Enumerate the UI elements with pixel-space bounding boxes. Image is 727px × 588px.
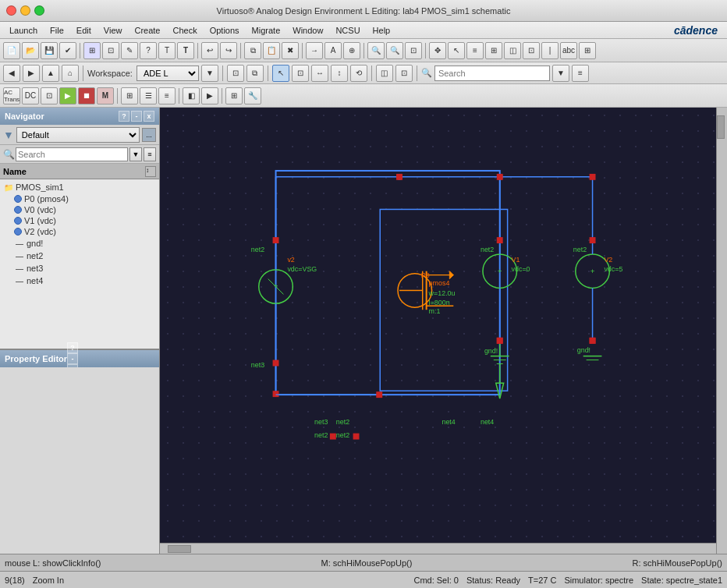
tb-b10[interactable]: | — [541, 42, 559, 59]
tb2-b5[interactable]: ↕ — [331, 65, 348, 82]
tb-wire[interactable]: → — [306, 42, 323, 59]
toolbar2-search-input[interactable] — [434, 66, 550, 81]
tb-save[interactable]: 💾 — [41, 42, 58, 59]
tb3-b6[interactable]: ⊞ — [225, 87, 243, 104]
tb3-stop[interactable]: ⏹ — [78, 87, 95, 104]
list-item[interactable]: V0 (vdc) — [2, 204, 158, 215]
tb-new[interactable]: 📄 — [3, 42, 20, 59]
filter-extra[interactable]: ... — [142, 128, 156, 142]
list-item[interactable]: — net2 — [2, 250, 158, 262]
tb2-b7[interactable]: ◫ — [376, 65, 393, 82]
tb-b8[interactable]: ◫ — [504, 42, 521, 59]
schematic-canvas[interactable]: + v2 vdc=VSG net2 net3 — [160, 108, 716, 543]
tb2-fwd[interactable]: ▶ — [23, 65, 40, 82]
tb-b9[interactable]: ⊡ — [523, 42, 540, 59]
tb2-b3[interactable]: ⊡ — [292, 65, 309, 82]
tb3-tran[interactable]: ⊡ — [41, 87, 58, 104]
tb-text[interactable]: A — [324, 42, 342, 59]
menu-launch[interactable]: Launch — [3, 24, 44, 37]
tb2-up[interactable]: ▲ — [42, 65, 59, 82]
navigator-search-input[interactable] — [16, 147, 128, 161]
tb2-b2[interactable]: ⧉ — [246, 65, 264, 82]
menu-file[interactable]: File — [44, 24, 70, 37]
tb2-b1[interactable]: ⊡ — [227, 65, 244, 82]
sort-button[interactable]: ↕ — [145, 166, 156, 177]
menu-check[interactable]: Check — [166, 24, 203, 37]
tree-root[interactable]: 📁 PMOS_sim1 — [2, 181, 158, 193]
menu-options[interactable]: Options — [204, 24, 246, 37]
menu-ncsu[interactable]: NCSU — [329, 24, 366, 37]
tb3-b5[interactable]: ▶ — [201, 87, 218, 104]
tb3-M[interactable]: M — [97, 87, 114, 104]
menu-edit[interactable]: Edit — [70, 24, 98, 37]
menu-help[interactable]: Help — [367, 24, 397, 37]
list-item[interactable]: V2 (vdc) — [2, 226, 158, 237]
tb2-search-go[interactable]: ≡ — [572, 65, 589, 82]
tb3-b7[interactable]: 🔧 — [244, 87, 261, 104]
tb-zoom-out[interactable]: 🔍 — [386, 42, 403, 59]
tb-redo[interactable]: ↪ — [220, 42, 237, 59]
tb2-b8[interactable]: ⊡ — [395, 65, 413, 82]
navigator-close[interactable]: x — [144, 111, 154, 122]
navigator-minimize[interactable]: - — [131, 111, 142, 122]
tb3-run[interactable]: ▶ — [59, 87, 76, 104]
list-item[interactable]: — net4 — [2, 275, 158, 287]
nav-search-dropdown[interactable]: ▼ — [129, 147, 142, 161]
tb3-b2[interactable]: ☰ — [140, 87, 157, 104]
tb-b3[interactable]: ✎ — [121, 42, 138, 59]
menu-create[interactable]: Create — [128, 24, 166, 37]
tb-copy[interactable]: ⧉ — [244, 42, 261, 59]
tb-b7[interactable]: ⊞ — [485, 42, 502, 59]
tb2-home[interactable]: ⌂ — [62, 65, 79, 82]
close-button[interactable] — [6, 5, 16, 16]
pe-minimize[interactable]: - — [67, 353, 78, 364]
filter-select[interactable]: Default — [16, 127, 140, 143]
vscroll-thumb[interactable] — [717, 115, 725, 139]
tb2-sel-mode[interactable]: ↖ — [272, 65, 289, 82]
nav-search-options[interactable]: ≡ — [144, 147, 156, 161]
tb-undo[interactable]: ↩ — [201, 42, 218, 59]
hscroll-thumb[interactable] — [168, 545, 191, 553]
tb-b6[interactable]: T — [177, 42, 194, 59]
tb3-dc[interactable]: DC — [22, 87, 39, 104]
tb3-b1[interactable]: ⊞ — [121, 87, 138, 104]
list-item[interactable]: P0 (pmos4) — [2, 193, 158, 204]
tb-b2[interactable]: ⊡ — [102, 42, 119, 59]
list-item[interactable]: — net3 — [2, 262, 158, 275]
menu-window[interactable]: Window — [286, 24, 329, 37]
menu-view[interactable]: View — [98, 24, 129, 37]
tb-open[interactable]: 📂 — [22, 42, 39, 59]
list-item[interactable]: V1 (vdc) — [2, 215, 158, 226]
tb-fit[interactable]: ⊡ — [405, 42, 422, 59]
tb-sel[interactable]: ↖ — [448, 42, 465, 59]
menu-migrate[interactable]: Migrate — [246, 24, 287, 37]
tb2-b6[interactable]: ⟲ — [350, 65, 367, 82]
tb-props[interactable]: ≡ — [466, 42, 484, 59]
tb-delete[interactable]: ✖ — [282, 42, 299, 59]
tb-b12[interactable]: ⊞ — [579, 42, 596, 59]
pe-help[interactable]: ? — [67, 342, 78, 353]
navigator-help[interactable]: ? — [119, 111, 129, 122]
canvas-hscroll[interactable] — [160, 543, 716, 554]
tb-b5[interactable]: T — [158, 42, 176, 59]
list-item[interactable]: — gnd! — [2, 237, 158, 250]
workspace-select[interactable]: ADE L — [137, 66, 199, 81]
minimize-button[interactable] — [20, 5, 30, 16]
tb-zoom-in[interactable]: 🔍 — [367, 42, 385, 59]
tb3-b3[interactable]: ≡ — [158, 87, 176, 104]
tb-b1[interactable]: ⊞ — [83, 42, 101, 59]
tb-b4[interactable]: ? — [140, 42, 157, 59]
maximize-button[interactable] — [34, 5, 44, 16]
tb2-back[interactable]: ◀ — [3, 65, 20, 82]
tb2-b4[interactable]: ↔ — [311, 65, 328, 82]
tb-check[interactable]: ✔ — [59, 42, 76, 59]
canvas-vscroll[interactable] — [716, 108, 727, 554]
tb-pin[interactable]: ⊕ — [343, 42, 360, 59]
tb2-ws-btn1[interactable]: ▼ — [201, 65, 218, 82]
tb-b11[interactable]: abc — [560, 42, 577, 59]
tb3-ac[interactable]: ACTrans — [3, 87, 20, 104]
tb3-b4[interactable]: ◧ — [183, 87, 200, 104]
tb-paste[interactable]: 📋 — [263, 42, 280, 59]
tb2-search-dropdown[interactable]: ▼ — [552, 65, 569, 82]
tb-pan[interactable]: ✥ — [429, 42, 446, 59]
